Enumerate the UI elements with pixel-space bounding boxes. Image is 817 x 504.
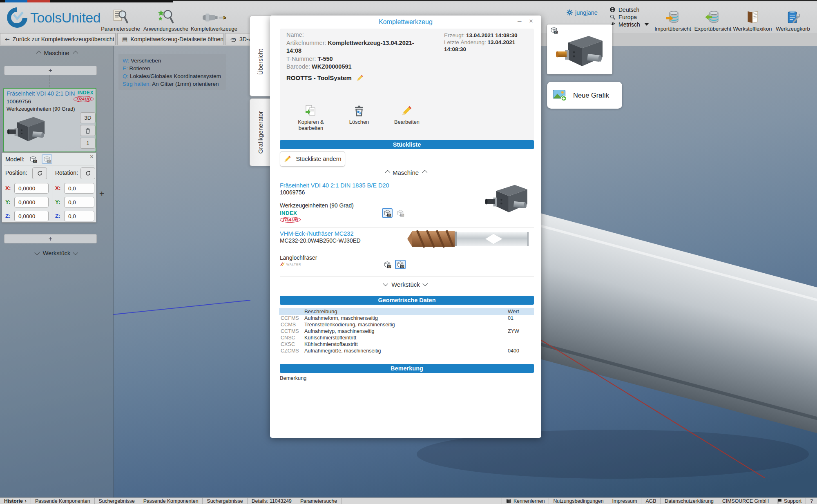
add-machine-button[interactable]: +	[4, 66, 97, 75]
bom-item-subtitle: Werkzeugeinheiten (90 Grad)	[280, 203, 354, 209]
footer-suchergebnisse-2[interactable]: Suchergebnisse	[203, 498, 247, 504]
rotation-y-input[interactable]: 0,0	[64, 197, 94, 207]
delete-button[interactable]: Löschen	[337, 105, 382, 125]
geometry-table-header: Beschreibung Wert	[279, 308, 534, 315]
toolsunited-logo[interactable]: ToolsUnited	[7, 7, 100, 29]
footer-parametersuche[interactable]: Parametersuche	[296, 498, 342, 504]
footer-support[interactable]: Support	[773, 498, 806, 504]
model-cube-toggle-1[interactable]	[28, 154, 38, 164]
tool-info-right: Erzeugt: 13.04.2021 14:08:30 Letzte Ände…	[444, 32, 532, 53]
komplettwerkzeug-modal: Übersicht Grafikgenerator Komplettwerkze…	[250, 16, 541, 438]
modal-tab-uebersicht[interactable]: Übersicht	[250, 28, 271, 96]
modal-minimize-button[interactable]: –	[518, 17, 521, 25]
nav-komplettwerkzeuge[interactable]: Komplettwerkzeuge	[187, 5, 241, 32]
position-reset-button[interactable]	[32, 167, 47, 179]
position-y-input[interactable]: 0,0000	[14, 197, 49, 207]
rotation-x-input[interactable]: 0,0	[64, 183, 94, 194]
footer-details[interactable]: Details: 11043249	[248, 498, 296, 504]
unit-card-number: 10069756	[7, 98, 31, 105]
pencil-icon[interactable]	[356, 74, 364, 82]
graphic-thumbnail-card[interactable]	[547, 25, 612, 74]
rotate-3d-icon: 3D	[230, 36, 237, 42]
nav-werkzeugkorb[interactable]: Werkzeugkorb	[768, 5, 817, 32]
nav-parametersuche[interactable]: Parametersuche	[95, 5, 146, 32]
tab-open-detail-page[interactable]: ▤ Komplettwerkzeug-Detailseite öffnen	[117, 33, 223, 45]
add-component-side-button[interactable]: +	[99, 189, 104, 198]
cube-3d-icon	[42, 155, 51, 163]
bom-item-cube-toggle-selected[interactable]	[382, 208, 393, 218]
footer-suchergebnisse-1[interactable]: Suchergebnisse	[95, 498, 139, 504]
barcode-value: WKZ00000591	[312, 63, 352, 70]
modal-section-werkstueck[interactable]: Werkstück	[270, 281, 541, 288]
article-label: Artikelnummer:	[286, 40, 326, 46]
nav-anwendungssuche[interactable]: Anwendungssuche	[141, 5, 191, 32]
edit-button[interactable]: Bearbeiten	[384, 105, 429, 125]
unit-card-subtitle: Werkzeugeinheiten (90 Grad)	[7, 106, 75, 112]
footer-nutzungsbedingungen[interactable]: Nutzungsbedingungen	[549, 498, 607, 504]
modal-section-maschine[interactable]: Maschine	[270, 169, 541, 176]
chevron-up-icon	[36, 51, 42, 56]
position-x-input[interactable]: 0,0000	[14, 183, 49, 194]
bom-item-title-link[interactable]: VHM-Eck-/Nutfräser MC232	[280, 230, 353, 237]
add-tool-button[interactable]: +	[4, 234, 97, 243]
language-select[interactable]: Deutsch	[609, 6, 639, 13]
sidebar-section-maschine[interactable]: Maschine	[0, 50, 113, 56]
modal-close-button[interactable]: ×	[529, 17, 533, 25]
tnumber-label: T-Nummer:	[286, 56, 316, 62]
tab-back-to-overview[interactable]: ← Zurück zur Komplettwerkzeugsübersicht	[0, 33, 116, 45]
bom-item-subtitle: Langlochfräser	[280, 255, 317, 261]
globe-icon	[609, 7, 616, 13]
note-text: Bemerkung	[280, 375, 306, 381]
sidebar-section-werkstueck[interactable]: Werkstück	[0, 250, 113, 256]
barcode-label: Barcode:	[286, 63, 310, 70]
modal-tab-grafikgenerator[interactable]: Grafikgenerator	[250, 98, 271, 166]
geometry-row: CZCMS Aufnahmegröße, maschinenseitig 040…	[279, 348, 534, 354]
unit-card-3d-button[interactable]: 3D	[80, 112, 96, 123]
traub-logo: TRAUB	[280, 216, 301, 223]
units-select[interactable]: Metrisch	[609, 21, 649, 28]
trash-icon	[85, 127, 91, 134]
bom-item-image-millunit	[484, 181, 530, 216]
footer-impressum[interactable]: Impressum	[608, 498, 641, 504]
app-root: ToolsUnited Parametersuche Anwendungssuc…	[0, 0, 817, 504]
geometry-row: CCTMS Aufnahmetyp, maschinenseitig ZYW	[279, 328, 534, 335]
modified-label: Letzte Änderung:	[444, 39, 486, 45]
bom-item-title-link[interactable]: Fräseinheit VDI 40 2:1 DIN 1835 B/E D20	[280, 182, 389, 189]
region-select[interactable]: Europa	[609, 13, 637, 20]
bom-item-cube-toggle[interactable]	[395, 208, 406, 218]
rotation-reset-button[interactable]	[80, 167, 95, 179]
trash-icon	[353, 105, 365, 117]
geometry-section-header: Geometrische Daten	[280, 296, 534, 305]
axis-z-label: Z:	[5, 213, 11, 219]
footer-help[interactable]: ?	[806, 498, 817, 504]
user-menu[interactable]: jungjane	[566, 9, 598, 16]
copy-and-edit-button[interactable]: Kopieren & bearbeiten	[288, 105, 333, 131]
new-graphic-button[interactable]: Neue Grafik	[547, 82, 622, 109]
hotkey-help-overlay: W: Verschieben E: Rotieren Q: Lokales/Gl…	[118, 54, 226, 90]
unit-card-delete-button[interactable]	[80, 125, 96, 136]
import-overview-icon	[665, 8, 680, 25]
position-z-input[interactable]: 0,0000	[14, 211, 49, 221]
bom-item-cube-toggle[interactable]	[382, 260, 393, 269]
footer-passende-komponenten-1[interactable]: Passende Komponenten	[31, 498, 95, 504]
footer-kennenlernen[interactable]: Kennenlernen	[502, 498, 549, 504]
footer-datenschutz[interactable]: Datenschutzerklärung	[660, 498, 718, 504]
bom-item-cube-toggle-selected[interactable]	[395, 260, 406, 269]
bom-edit-button[interactable]: Stückliste ändern	[280, 151, 345, 167]
unit-card-title-link[interactable]: Fräseinheit VDI 40 2:1 DIN	[7, 90, 75, 97]
rotation-label: Rotation:	[55, 169, 78, 176]
model-panel-close[interactable]: ×	[90, 153, 94, 161]
walter-logo: WALTER	[280, 262, 301, 266]
gear-icon	[566, 9, 573, 16]
rotation-z-input[interactable]: 0,0	[64, 211, 94, 221]
model-cube-toggle-2[interactable]	[42, 154, 52, 164]
bom-item-image-endmill	[406, 229, 533, 249]
chevron-up-icon	[73, 51, 78, 56]
footer-historie[interactable]: Historie ›	[0, 498, 31, 504]
footer-passende-komponenten-2[interactable]: Passende Komponenten	[139, 498, 203, 504]
pencil-icon	[283, 155, 292, 163]
footer-cimsource[interactable]: CIMSOURCE GmbH	[718, 498, 773, 504]
unit-card-quantity[interactable]: 1	[80, 138, 96, 149]
footer-agb[interactable]: AGB	[641, 498, 660, 504]
machine-unit-card[interactable]: Fräseinheit VDI 40 2:1 DIN INDEX TRAUB 1…	[3, 88, 96, 152]
